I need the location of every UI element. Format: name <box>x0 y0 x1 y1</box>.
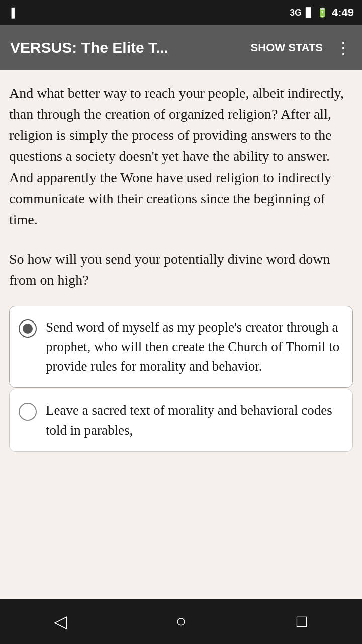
radio-button-2[interactable] <box>19 403 37 421</box>
home-button[interactable] <box>166 606 196 636</box>
recents-icon <box>297 612 307 631</box>
answer-option-1[interactable]: Send word of myself as my people's creat… <box>9 306 353 388</box>
recents-button[interactable] <box>287 606 317 636</box>
status-bar: ▐ 3G ▊ 🔋 4:49 <box>0 0 362 25</box>
app-title: VERSUS: The Elite T... <box>10 39 245 56</box>
network-label: 3G <box>290 8 302 18</box>
question-text: So how will you send your potentially di… <box>9 249 353 291</box>
more-options-button[interactable]: ⋮ <box>335 38 352 58</box>
signal-icon: ▊ <box>306 7 313 18</box>
radio-button-1[interactable] <box>19 319 37 338</box>
answer-option-2[interactable]: Leave a sacred text of morality and beha… <box>9 389 353 451</box>
battery-icon: 🔋 <box>317 7 328 18</box>
time-display: 4:49 <box>332 6 354 19</box>
content-area: And what better way to reach your people… <box>0 70 362 599</box>
back-icon <box>54 611 67 631</box>
back-button[interactable] <box>45 606 75 636</box>
passage-text: And what better way to reach your people… <box>9 83 353 230</box>
sim-card-icon: ▐ <box>8 8 15 18</box>
show-stats-button[interactable]: SHOW STATS <box>251 41 323 54</box>
home-icon <box>176 612 187 631</box>
bottom-nav <box>0 599 362 644</box>
answer-text-1: Send word of myself as my people's creat… <box>46 317 343 376</box>
top-bar: VERSUS: The Elite T... SHOW STATS ⋮ <box>0 25 362 70</box>
answer-text-2: Leave a sacred text of morality and beha… <box>46 400 343 440</box>
